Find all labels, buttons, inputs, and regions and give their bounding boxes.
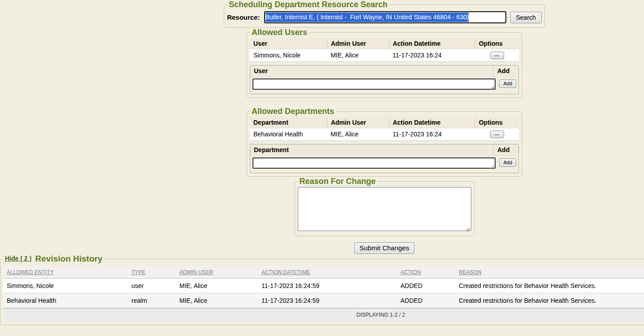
add-department-box: Department Add Add xyxy=(250,144,519,173)
search-button[interactable]: Search xyxy=(510,12,542,23)
add-department-input[interactable] xyxy=(252,157,496,169)
sort-allowed-entity-link[interactable]: ALLOWED ENTITY xyxy=(7,269,54,275)
revision-allowed-entity: Behavioral Health xyxy=(3,293,128,308)
add-user-add-header: Add xyxy=(493,65,518,76)
allowed-users-title: Allowed Users xyxy=(250,28,309,37)
submit-changes-button[interactable]: Submit Changes xyxy=(354,242,415,254)
revision-type: realm xyxy=(128,293,176,308)
column-header-admin-user: Admin User xyxy=(327,38,389,49)
allowed-department-name: Behavioral Health xyxy=(250,128,327,141)
add-user-column-header: User xyxy=(250,65,493,76)
revision-action-datetime: 11-17-2023 16:24:59 xyxy=(258,279,397,293)
revision-action: ADDED xyxy=(397,279,455,293)
sort-action-datetime-link[interactable]: ACTION DATETIME xyxy=(261,269,310,275)
revision-reason: Created restrictions for Behavior Health… xyxy=(455,293,644,308)
column-header-action-datetime: Action Datetime xyxy=(389,38,475,49)
revision-history-table: ALLOWED ENTITY TYPE ADMIN USER ACTION DA… xyxy=(3,266,644,308)
add-user-input-wrap xyxy=(252,79,496,92)
allowed-user-datetime: 11-17-2023 16:24 xyxy=(389,49,475,62)
sort-reason-link[interactable]: REASON xyxy=(459,269,482,275)
sort-action-link[interactable]: ACTION xyxy=(400,269,421,275)
add-department-column-header: Department xyxy=(250,144,493,155)
remove-user-button[interactable]: — xyxy=(490,52,504,59)
allowed-departments-title: Allowed Departments xyxy=(250,107,336,116)
revision-row: Behavioral Health realm MIE, Alice 11-17… xyxy=(3,293,644,308)
column-header-user: User xyxy=(250,38,327,49)
allowed-users-header-row: User Admin User Action Datetime Options xyxy=(250,38,519,49)
allowed-department-admin: MIE, Alice xyxy=(327,128,389,141)
revision-action: ADDED xyxy=(397,293,455,308)
revision-history-title: Revision History xyxy=(35,254,103,263)
revision-history-legend: Hide ( 2 ) Revision History xyxy=(3,254,104,264)
allowed-department-row: Behavioral Health MIE, Alice 11-17-2023 … xyxy=(250,128,519,141)
add-user-header-row: User Add xyxy=(250,65,518,77)
add-department-input-wrap xyxy=(252,157,496,170)
reason-for-change-title: Reason For Change xyxy=(298,177,378,186)
hide-link[interactable]: Hide ( 2 ) xyxy=(5,255,31,262)
allowed-user-row: Simmons, Nicole MIE, Alice 11-17-2023 16… xyxy=(250,49,519,62)
reason-textarea-wrap xyxy=(298,187,471,233)
add-user-button[interactable]: Add xyxy=(499,79,516,88)
add-department-header-row: Department Add xyxy=(250,144,518,156)
column-header-options: Options xyxy=(475,117,519,128)
reason-for-change-section: Reason For Change xyxy=(295,177,474,236)
column-header-admin-user: Admin User xyxy=(327,117,389,128)
column-header-action-datetime: Action Datetime xyxy=(389,117,475,128)
add-user-box: User Add Add xyxy=(250,65,519,94)
resource-search-title: Scheduling Department Resource Search xyxy=(227,0,389,9)
resource-input[interactable]: Butler, Internist E. ( Internist - Fort … xyxy=(264,11,506,23)
reason-textarea[interactable] xyxy=(298,187,471,231)
revision-allowed-entity: Simmons, Nicole xyxy=(3,279,128,293)
allowed-departments-header-row: Department Admin User Action Datetime Op… xyxy=(250,117,519,128)
allowed-user-name: Simmons, Nicole xyxy=(250,49,327,62)
revision-action-datetime: 11-17-2023 16:24:59 xyxy=(258,293,397,308)
revision-reason: Created restrictions for Behavior Health… xyxy=(455,279,644,293)
add-user-input[interactable] xyxy=(252,79,496,90)
allowed-departments-table: Department Admin User Action Datetime Op… xyxy=(250,117,519,141)
add-department-button[interactable]: Add xyxy=(499,158,516,167)
resource-search-row: Resource: Butler, Internist E. ( Interni… xyxy=(227,10,542,24)
revision-history-header-row: ALLOWED ENTITY TYPE ADMIN USER ACTION DA… xyxy=(3,266,644,279)
allowed-department-datetime: 11-17-2023 16:24 xyxy=(389,128,475,141)
paging-status: DISPLAYING 1-2 / 2 xyxy=(3,308,644,322)
top-form-column: Scheduling Department Resource Search Re… xyxy=(0,0,644,254)
sort-admin-user-link[interactable]: ADMIN USER xyxy=(179,269,213,275)
sort-type-link[interactable]: TYPE xyxy=(131,269,145,275)
allowed-user-admin: MIE, Alice xyxy=(327,49,389,62)
remove-department-button[interactable]: — xyxy=(490,131,504,138)
resource-search-section: Scheduling Department Resource Search Re… xyxy=(224,0,545,28)
revision-type: user xyxy=(128,279,176,293)
add-user-input-row: Add xyxy=(250,77,518,94)
resource-input-selected-text: Butler, Internist E. ( Internist - Fort … xyxy=(265,13,469,22)
revision-admin-user: MIE, Alice xyxy=(176,293,258,308)
allowed-users-section: Allowed Users User Admin User Action Dat… xyxy=(247,28,522,98)
add-department-input-row: Add xyxy=(250,156,518,173)
column-header-options: Options xyxy=(475,38,519,49)
revision-admin-user: MIE, Alice xyxy=(176,279,258,293)
column-header-department: Department xyxy=(250,117,327,128)
add-department-add-header: Add xyxy=(493,144,518,155)
revision-history-section: Hide ( 2 ) Revision History ALLOWED ENTI… xyxy=(0,254,644,325)
allowed-departments-section: Allowed Departments Department Admin Use… xyxy=(247,107,522,177)
page: Scheduling Department Resource Search Re… xyxy=(0,0,644,325)
revision-row: Simmons, Nicole user MIE, Alice 11-17-20… xyxy=(3,279,644,293)
resource-label: Resource: xyxy=(227,13,260,21)
allowed-users-table: User Admin User Action Datetime Options … xyxy=(250,38,519,62)
